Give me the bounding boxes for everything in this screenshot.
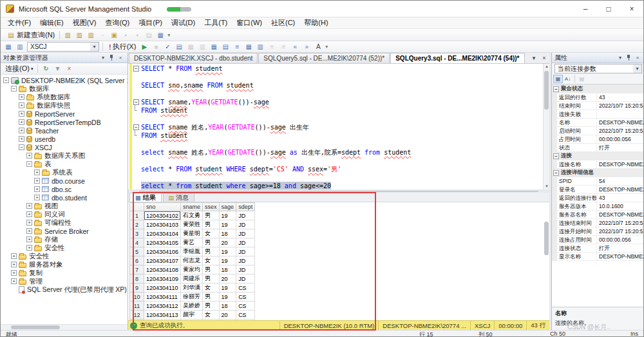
collapse-minus-icon[interactable]: −	[133, 99, 139, 105]
grid-cell[interactable]: 19	[219, 320, 236, 321]
results-to-grid-icon[interactable]: ▦	[243, 42, 254, 52]
grid-cell[interactable]: CS	[236, 284, 255, 293]
expand-icon[interactable]: +	[11, 270, 17, 276]
include-actual-plan-icon[interactable]: ▦	[209, 42, 219, 52]
grid-cell[interactable]: 黄青莲	[181, 320, 203, 321]
expand-icon[interactable]: +	[26, 228, 32, 234]
grid-cell[interactable]: 黄荣胜	[181, 220, 203, 229]
expand-icon[interactable]: +	[26, 245, 32, 251]
column-header-sno[interactable]: sno	[144, 203, 181, 211]
grid-cell[interactable]: 1204304110	[144, 284, 181, 293]
collapse-icon[interactable]: −	[19, 144, 24, 150]
grid-cell[interactable]: 1204304108	[144, 265, 181, 274]
tab-results[interactable]: ▦ 结果	[129, 193, 162, 202]
new-analysis-services-query-icon[interactable]: ▥	[74, 30, 84, 40]
grid-cell[interactable]: 周建乐	[181, 274, 203, 284]
collapse-icon[interactable]: −	[11, 86, 17, 91]
grid-cell[interactable]: 吴娇娇	[181, 302, 203, 311]
active-files-chevron-icon[interactable]: ▾	[529, 55, 539, 61]
grid-cell[interactable]: 男	[203, 211, 220, 220]
collapse-icon[interactable]: −	[553, 153, 559, 159]
collapse-minus-icon[interactable]: −	[133, 124, 139, 130]
tree-item[interactable]: +同义词	[1, 210, 128, 218]
grid-cell[interactable]: 女	[203, 311, 220, 320]
grid-cell[interactable]: 李锦胤	[181, 247, 203, 256]
grid-cell[interactable]: JD	[236, 265, 255, 274]
increase-indent-icon[interactable]: »	[301, 42, 312, 52]
menu-item-9[interactable]: 帮助(H)	[299, 18, 332, 28]
close-document-icon[interactable]: ×	[539, 55, 549, 61]
tree-item[interactable]: +Service Broker	[1, 227, 128, 235]
grid-cell[interactable]: 黄家均	[181, 265, 203, 274]
grid-cell[interactable]: JD	[236, 220, 255, 229]
grid-cell[interactable]: 女	[203, 256, 220, 265]
tree-item[interactable]: +ReportServerTempDB	[1, 118, 128, 126]
grid-cell[interactable]: 19	[219, 211, 236, 220]
row-number-cell[interactable]: 13	[130, 320, 144, 321]
expand-icon[interactable]: +	[19, 94, 24, 100]
expand-icon[interactable]: +	[34, 195, 40, 200]
row-number-cell[interactable]: 4	[130, 238, 144, 247]
menu-item-4[interactable]: 项目(P)	[134, 18, 167, 28]
grid-cell[interactable]: 19	[219, 293, 236, 302]
tree-item[interactable]: +管理	[1, 277, 128, 285]
row-number-cell[interactable]: 5	[130, 247, 144, 256]
expand-icon[interactable]: +	[11, 253, 17, 259]
tab-messages[interactable]: ▤ 消息	[163, 193, 195, 202]
grid-cell[interactable]: 何志龙	[181, 256, 203, 265]
stop-process-icon[interactable]: ×	[64, 64, 74, 73]
property-row[interactable]: 返回的行数43	[552, 93, 644, 102]
menu-item-6[interactable]: 工具(T)	[200, 18, 232, 28]
expand-icon[interactable]: +	[34, 178, 40, 184]
grid-cell[interactable]: 1204304103	[144, 220, 181, 229]
grid-cell[interactable]: 1204304109	[144, 274, 181, 284]
row-number-cell[interactable]: 9	[130, 284, 144, 293]
tree-item[interactable]: −表	[1, 160, 128, 168]
row-number-cell[interactable]: 2	[130, 220, 144, 229]
debug-play-icon[interactable]: ▶	[139, 42, 149, 52]
tree-item[interactable]: +系统表	[1, 168, 128, 177]
new-database-engine-query-icon[interactable]: ▥	[62, 30, 73, 40]
sort-alphabetical-icon[interactable]: A↓	[563, 75, 573, 83]
chevron-down-icon[interactable]: ▾	[99, 55, 108, 61]
expand-icon[interactable]: +	[26, 211, 32, 217]
expand-icon[interactable]: +	[19, 136, 24, 142]
open-file-icon[interactable]: ▣	[109, 30, 119, 40]
decrease-indent-icon[interactable]: «	[290, 42, 300, 52]
expand-icon[interactable]: +	[19, 102, 24, 108]
specify-template-values-icon[interactable]: ▥	[197, 42, 207, 52]
collapse-icon[interactable]: −	[26, 161, 32, 167]
row-number-cell[interactable]: 6	[130, 256, 144, 265]
tree-item[interactable]: +系统数据库	[1, 93, 128, 101]
menu-item-1[interactable]: 编辑(E)	[35, 18, 68, 28]
print-icon[interactable]: ▤	[144, 30, 154, 40]
tree-item[interactable]: +Teacher	[1, 126, 128, 135]
property-row[interactable]: 占用时间00:00:00.056	[552, 135, 644, 144]
grid-cell[interactable]: 18	[219, 302, 236, 311]
blank-page-icon[interactable]: ▫	[97, 30, 108, 40]
grid-cell[interactable]: 女	[203, 284, 220, 293]
grid-cell[interactable]: 男	[203, 293, 220, 302]
grid-cell[interactable]: 1204304102	[144, 211, 181, 220]
new-query-button[interactable]: ▤ 新建查询(N)	[3, 30, 57, 40]
collapse-minus-icon[interactable]: −	[133, 66, 139, 72]
property-row[interactable]: 结束时间2022/10/7 15:20:54	[552, 102, 644, 110]
new-xmla-query-icon[interactable]: ▥	[86, 30, 96, 40]
grid-cell[interactable]: 1204304114	[144, 320, 181, 321]
grid-cell[interactable]: 男	[203, 220, 220, 229]
grid-cell[interactable]: 黄星明	[181, 229, 203, 238]
menu-item-7[interactable]: 窗口(W)	[232, 18, 267, 28]
connect-database-icon[interactable]: ▦	[3, 42, 14, 52]
grid-cell[interactable]: 男	[203, 238, 220, 247]
change-connection-icon[interactable]: ▥	[15, 42, 25, 52]
property-category[interactable]: −连接详细信息	[552, 169, 644, 177]
expand-icon[interactable]: +	[11, 262, 17, 267]
save-icon[interactable]: ▪	[120, 30, 131, 40]
tree-item[interactable]: +数据库关系图	[1, 151, 128, 160]
expand-icon[interactable]: +	[11, 278, 17, 284]
filter-icon[interactable]: ▼	[52, 64, 62, 73]
row-number-cell[interactable]: 7	[130, 265, 144, 274]
results-to-text-icon[interactable]: ≡	[232, 42, 242, 52]
grid-cell[interactable]: 刘华满	[181, 284, 203, 293]
close-icon[interactable]: ×	[633, 55, 642, 61]
